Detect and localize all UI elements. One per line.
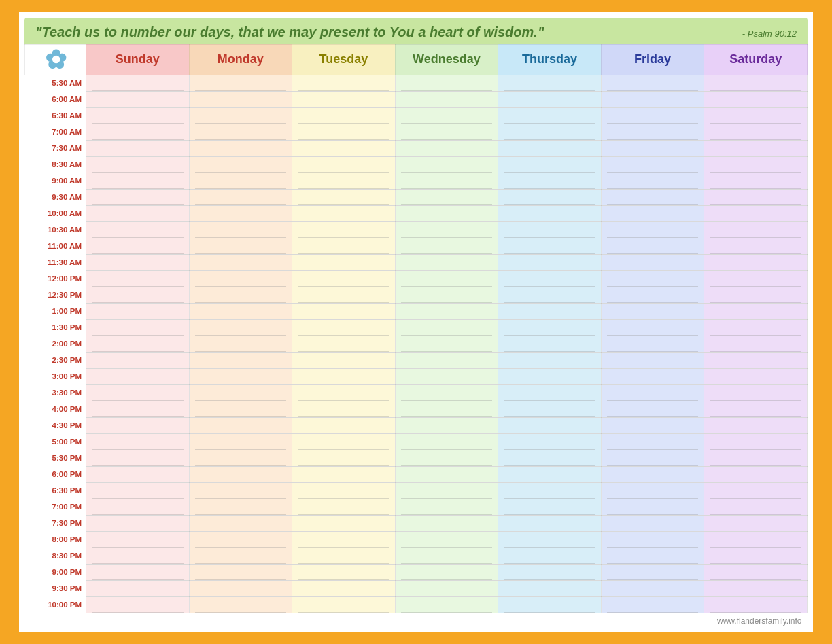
cell-monday[interactable] — [189, 401, 292, 417]
cell-tuesday[interactable] — [292, 238, 396, 254]
cell-tuesday[interactable] — [292, 107, 396, 124]
cell-saturday[interactable] — [704, 352, 808, 368]
cell-friday[interactable] — [601, 352, 704, 368]
cell-friday[interactable] — [601, 270, 704, 287]
cell-friday[interactable] — [601, 156, 704, 173]
cell-thursday[interactable] — [498, 352, 602, 368]
cell-saturday[interactable] — [704, 531, 808, 548]
cell-friday[interactable] — [601, 91, 704, 107]
cell-thursday[interactable] — [498, 596, 602, 613]
cell-thursday[interactable] — [498, 401, 602, 417]
cell-saturday[interactable] — [704, 450, 808, 466]
cell-saturday[interactable] — [704, 433, 808, 450]
cell-saturday[interactable] — [704, 596, 808, 613]
cell-sunday[interactable] — [86, 303, 190, 319]
cell-thursday[interactable] — [498, 499, 602, 515]
cell-sunday[interactable] — [86, 580, 190, 596]
cell-monday[interactable] — [189, 352, 292, 368]
cell-thursday[interactable] — [498, 548, 602, 564]
cell-tuesday[interactable] — [292, 352, 396, 368]
cell-tuesday[interactable] — [292, 450, 396, 466]
cell-saturday[interactable] — [704, 189, 808, 205]
cell-thursday[interactable] — [498, 482, 602, 499]
cell-saturday[interactable] — [704, 303, 808, 319]
cell-tuesday[interactable] — [292, 596, 396, 613]
cell-wednesday[interactable] — [395, 368, 498, 384]
cell-monday[interactable] — [189, 499, 292, 515]
cell-sunday[interactable] — [86, 466, 190, 482]
cell-monday[interactable] — [189, 91, 292, 107]
cell-wednesday[interactable] — [395, 205, 498, 221]
cell-saturday[interactable] — [704, 564, 808, 580]
cell-tuesday[interactable] — [292, 287, 396, 303]
cell-monday[interactable] — [189, 303, 292, 319]
cell-sunday[interactable] — [86, 319, 190, 336]
cell-monday[interactable] — [189, 450, 292, 466]
cell-monday[interactable] — [189, 433, 292, 450]
cell-monday[interactable] — [189, 270, 292, 287]
cell-wednesday[interactable] — [395, 499, 498, 515]
cell-thursday[interactable] — [498, 531, 602, 548]
cell-friday[interactable] — [601, 531, 704, 548]
cell-sunday[interactable] — [86, 384, 190, 401]
cell-thursday[interactable] — [498, 336, 602, 352]
cell-sunday[interactable] — [86, 401, 190, 417]
cell-friday[interactable] — [601, 564, 704, 580]
cell-wednesday[interactable] — [395, 482, 498, 499]
cell-thursday[interactable] — [498, 140, 602, 156]
cell-wednesday[interactable] — [395, 173, 498, 189]
cell-saturday[interactable] — [704, 336, 808, 352]
cell-friday[interactable] — [601, 466, 704, 482]
cell-saturday[interactable] — [704, 466, 808, 482]
cell-tuesday[interactable] — [292, 319, 396, 336]
cell-thursday[interactable] — [498, 368, 602, 384]
cell-tuesday[interactable] — [292, 221, 396, 238]
cell-tuesday[interactable] — [292, 91, 396, 107]
cell-thursday[interactable] — [498, 91, 602, 107]
cell-wednesday[interactable] — [395, 124, 498, 140]
cell-monday[interactable] — [189, 107, 292, 124]
cell-sunday[interactable] — [86, 173, 190, 189]
cell-friday[interactable] — [601, 482, 704, 499]
cell-friday[interactable] — [601, 433, 704, 450]
cell-friday[interactable] — [601, 140, 704, 156]
cell-tuesday[interactable] — [292, 499, 396, 515]
cell-tuesday[interactable] — [292, 173, 396, 189]
cell-friday[interactable] — [601, 303, 704, 319]
cell-wednesday[interactable] — [395, 433, 498, 450]
cell-monday[interactable] — [189, 417, 292, 433]
cell-saturday[interactable] — [704, 384, 808, 401]
cell-thursday[interactable] — [498, 156, 602, 173]
cell-wednesday[interactable] — [395, 270, 498, 287]
cell-tuesday[interactable] — [292, 531, 396, 548]
cell-thursday[interactable] — [498, 189, 602, 205]
cell-saturday[interactable] — [704, 287, 808, 303]
cell-friday[interactable] — [601, 75, 704, 91]
cell-thursday[interactable] — [498, 75, 602, 91]
cell-thursday[interactable] — [498, 205, 602, 221]
cell-wednesday[interactable] — [395, 531, 498, 548]
cell-wednesday[interactable] — [395, 352, 498, 368]
cell-sunday[interactable] — [86, 450, 190, 466]
cell-tuesday[interactable] — [292, 368, 396, 384]
cell-tuesday[interactable] — [292, 205, 396, 221]
cell-sunday[interactable] — [86, 336, 190, 352]
cell-friday[interactable] — [601, 173, 704, 189]
cell-tuesday[interactable] — [292, 564, 396, 580]
cell-sunday[interactable] — [86, 189, 190, 205]
cell-sunday[interactable] — [86, 124, 190, 140]
cell-saturday[interactable] — [704, 270, 808, 287]
cell-tuesday[interactable] — [292, 384, 396, 401]
cell-wednesday[interactable] — [395, 515, 498, 531]
cell-monday[interactable] — [189, 140, 292, 156]
cell-tuesday[interactable] — [292, 433, 396, 450]
cell-wednesday[interactable] — [395, 75, 498, 91]
cell-friday[interactable] — [601, 450, 704, 466]
cell-wednesday[interactable] — [395, 401, 498, 417]
cell-sunday[interactable] — [86, 531, 190, 548]
cell-monday[interactable] — [189, 75, 292, 91]
cell-thursday[interactable] — [498, 515, 602, 531]
cell-wednesday[interactable] — [395, 336, 498, 352]
cell-monday[interactable] — [189, 515, 292, 531]
cell-friday[interactable] — [601, 580, 704, 596]
